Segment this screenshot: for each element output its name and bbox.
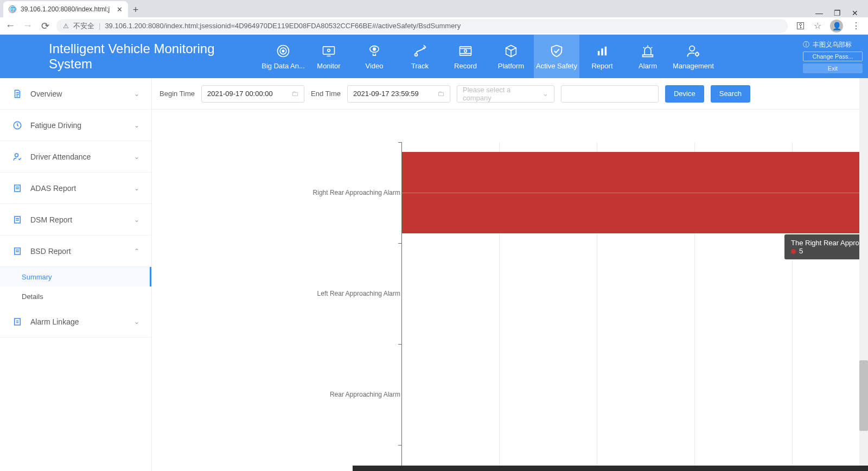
profile-avatar-icon[interactable]: 👤 bbox=[830, 20, 843, 33]
link-icon bbox=[12, 316, 23, 327]
sidebar-item-adas[interactable]: ADAS Report⌄ bbox=[0, 173, 151, 204]
clock-alert-icon bbox=[12, 120, 23, 131]
end-time-label: End Time bbox=[311, 90, 341, 98]
insecure-label: 不安全 bbox=[73, 21, 94, 31]
chart-tooltip: The Right Rear Approaching Alarm 5 bbox=[784, 234, 868, 259]
scrollbar[interactable] bbox=[859, 78, 868, 471]
close-icon[interactable]: ✕ bbox=[117, 5, 123, 14]
svg-rect-21 bbox=[15, 319, 21, 325]
new-tab-button[interactable]: + bbox=[128, 2, 143, 17]
device-button[interactable]: Device bbox=[665, 85, 704, 103]
chevron-down-icon: ⌄ bbox=[134, 184, 139, 192]
company-select[interactable]: Please select a company ⌄ bbox=[457, 85, 554, 103]
exit-button[interactable]: Exit bbox=[803, 63, 863, 73]
taskbar-sliver bbox=[152, 466, 868, 471]
begin-time-label: Begin Time bbox=[159, 90, 195, 98]
report-icon bbox=[12, 183, 23, 194]
nav-record[interactable]: Record bbox=[443, 35, 488, 78]
category-label-1: Left Rear Approaching Alarm bbox=[317, 290, 400, 297]
nav-active-safety[interactable]: Active Safety bbox=[534, 35, 579, 78]
user-name: 丰图义乌部标 bbox=[813, 40, 852, 49]
chevron-down-icon: ⌄ bbox=[134, 153, 139, 161]
app-header: Intelligent Vehicle Monitoring System Bi… bbox=[0, 35, 868, 78]
user-check-icon bbox=[12, 151, 23, 162]
globe-icon: 🌐 bbox=[9, 5, 16, 13]
target-icon bbox=[276, 43, 291, 59]
nav-report[interactable]: Report bbox=[579, 35, 625, 78]
sidebar-sub-summary[interactable]: Summary bbox=[0, 267, 151, 287]
cube-icon bbox=[503, 43, 519, 59]
tab-title: 39.106.1.200:8080/index.html;j bbox=[21, 5, 112, 13]
category-label-0: Right Rear Approaching Alarm bbox=[313, 189, 400, 196]
svg-point-9 bbox=[464, 49, 467, 52]
nav-video[interactable]: Video bbox=[352, 35, 397, 78]
category-label-2: Rear Approaching Alarm bbox=[330, 391, 400, 398]
end-time-input[interactable]: 2021-09-17 23:59:59 🗀 bbox=[347, 85, 450, 103]
svg-rect-13 bbox=[643, 55, 653, 57]
back-button[interactable]: ← bbox=[4, 20, 16, 31]
nav-alarm[interactable]: Alarm bbox=[625, 35, 671, 78]
chevron-down-icon: ⌄ bbox=[134, 90, 139, 98]
nav-platform[interactable]: Platform bbox=[488, 35, 534, 78]
filter-bar: Begin Time 2021-09-17 00:00:00 🗀 End Tim… bbox=[152, 78, 868, 110]
sidebar-item-bsd[interactable]: BSD Report⌃ bbox=[0, 236, 151, 267]
change-password-button[interactable]: Change Pass... bbox=[803, 52, 863, 61]
svg-point-4 bbox=[328, 49, 330, 52]
chevron-down-icon: ⌄ bbox=[134, 216, 139, 224]
chevron-down-icon: ⌄ bbox=[134, 318, 139, 326]
report-icon bbox=[12, 246, 23, 257]
bar-chart-icon bbox=[595, 43, 610, 59]
user-gear-icon bbox=[686, 43, 701, 59]
nav-track[interactable]: Track bbox=[397, 35, 443, 78]
svg-point-7 bbox=[415, 53, 418, 56]
sidebar-item-linkage[interactable]: Alarm Linkage⌄ bbox=[0, 306, 151, 338]
svg-rect-12 bbox=[605, 46, 607, 55]
nav-management[interactable]: Management bbox=[671, 35, 716, 78]
star-icon[interactable]: ☆ bbox=[814, 21, 821, 31]
calendar-icon: 🗀 bbox=[437, 90, 444, 98]
svg-rect-3 bbox=[323, 46, 335, 54]
brand-title: Intelligent Vehicle Monitoring System bbox=[0, 35, 260, 78]
url-text: 39.106.1.200:8080/index.html;jsessionid=… bbox=[105, 22, 461, 30]
nav-monitor[interactable]: Monitor bbox=[306, 35, 352, 78]
sidebar: Overview⌄ Fatigue Driving⌄ Driver Attend… bbox=[0, 78, 152, 471]
chevron-down-icon: ⌄ bbox=[542, 90, 548, 98]
reload-button[interactable]: ⟳ bbox=[39, 20, 51, 32]
key-icon[interactable]: ⚿ bbox=[796, 21, 805, 31]
forward-button[interactable]: → bbox=[22, 20, 34, 31]
minimize-icon[interactable]: — bbox=[815, 9, 823, 17]
svg-point-14 bbox=[690, 46, 694, 50]
scrollbar-thumb[interactable] bbox=[859, 360, 868, 431]
chart-area: Right Rear Approaching Alarm Left Rear A… bbox=[152, 110, 868, 471]
sidebar-sub-details[interactable]: Details bbox=[0, 287, 151, 306]
sidebar-item-dsm[interactable]: DSM Report⌄ bbox=[0, 204, 151, 236]
kebab-menu-icon[interactable]: ⋮ bbox=[852, 21, 860, 31]
document-icon bbox=[12, 88, 23, 99]
svg-rect-8 bbox=[460, 46, 471, 55]
report-icon bbox=[12, 214, 23, 225]
begin-time-input[interactable]: 2021-09-17 00:00:00 🗀 bbox=[201, 85, 304, 103]
sidebar-item-overview[interactable]: Overview⌄ bbox=[0, 78, 151, 110]
insecure-icon: ⚠ bbox=[63, 22, 69, 30]
search-button[interactable]: Search bbox=[711, 85, 750, 103]
sidebar-item-fatigue[interactable]: Fatigue Driving⌄ bbox=[0, 110, 151, 141]
window-close-icon[interactable]: ✕ bbox=[852, 9, 858, 17]
shield-check-icon bbox=[549, 43, 564, 59]
chevron-down-icon: ⌄ bbox=[134, 122, 139, 129]
monitor-icon bbox=[321, 43, 336, 59]
route-icon bbox=[412, 43, 427, 59]
nav-big-data[interactable]: Big Data An... bbox=[260, 35, 306, 78]
bar-right-rear[interactable] bbox=[402, 152, 868, 233]
film-icon bbox=[458, 43, 473, 59]
siren-icon bbox=[640, 43, 655, 59]
search-text-input[interactable] bbox=[561, 85, 659, 103]
svg-point-17 bbox=[15, 154, 18, 157]
svg-point-6 bbox=[373, 48, 376, 50]
browser-tab[interactable]: 🌐 39.106.1.200:8080/index.html;j ✕ bbox=[3, 1, 128, 17]
calendar-icon: 🗀 bbox=[291, 90, 298, 98]
address-bar[interactable]: ⚠ 不安全 | 39.106.1.200:8080/index.html;jse… bbox=[56, 19, 788, 33]
user-icon: ⓘ bbox=[803, 40, 809, 49]
maximize-icon[interactable]: ❐ bbox=[834, 9, 841, 17]
chevron-up-icon: ⌃ bbox=[134, 247, 139, 255]
sidebar-item-attendance[interactable]: Driver Attendance⌄ bbox=[0, 141, 151, 173]
